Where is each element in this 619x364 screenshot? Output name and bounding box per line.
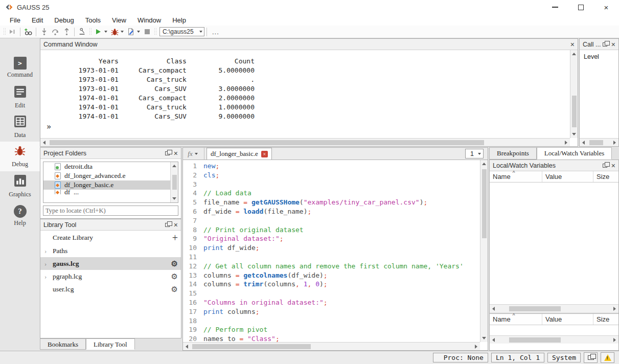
float-panel-icon[interactable] (603, 42, 607, 47)
gear-icon[interactable]: ⚙ (171, 285, 178, 294)
menu-window[interactable]: Window (132, 15, 167, 25)
tab-close-icon[interactable]: × (261, 151, 268, 157)
column-header-value[interactable]: Value (542, 314, 593, 325)
project-file-item[interactable]: df_longer_advanced.e (43, 171, 178, 180)
close-icon[interactable]: × (611, 162, 615, 169)
scroll-left-icon[interactable] (492, 307, 495, 311)
layout-button[interactable] (584, 352, 598, 363)
tab-library-tool[interactable]: Library Tool (86, 338, 135, 350)
debug-button[interactable] (109, 27, 120, 37)
float-panel-icon[interactable] (165, 151, 170, 155)
scroll-right-icon[interactable] (565, 141, 567, 145)
gear-icon[interactable]: ⚙ (171, 259, 178, 268)
chevron-right-icon[interactable]: › (44, 260, 53, 268)
step-out-button[interactable] (61, 27, 72, 37)
call-horizontal-scrollbar[interactable] (580, 138, 618, 146)
scroll-left-icon[interactable] (43, 141, 45, 145)
find-button[interactable] (22, 27, 34, 37)
float-panel-icon[interactable] (603, 164, 607, 168)
scrollbar-thumb[interactable] (509, 306, 561, 311)
step-into-button[interactable] (38, 27, 50, 37)
maximize-button[interactable] (568, 0, 593, 14)
scrollbar-thumb[interactable] (172, 175, 177, 189)
function-list-button[interactable]: fx (183, 148, 204, 160)
scrollbar-thumb[interactable] (589, 140, 603, 145)
toolbar-drag-handle[interactable] (89, 28, 91, 36)
step-over-button[interactable] (50, 27, 61, 37)
variables-horizontal-scrollbar[interactable] (490, 304, 618, 312)
code-editor[interactable]: 1new;2cls;34// Load data5file_name = get… (183, 160, 480, 342)
library-item[interactable]: user.lcg⚙ (40, 283, 181, 295)
command-horizontal-scrollbar[interactable] (40, 138, 570, 146)
scroll-left-icon[interactable] (186, 345, 188, 349)
gear-icon[interactable]: ⚙ (171, 272, 178, 281)
page-selector-combo[interactable]: 1 (465, 149, 484, 158)
project-file-item[interactable]: df_... (43, 190, 178, 194)
scroll-up-icon[interactable] (572, 53, 576, 55)
stop-button[interactable] (142, 27, 153, 37)
editor-vertical-scrollbar[interactable] (480, 160, 488, 342)
project-file-item[interactable]: detroit.dta (43, 162, 178, 171)
browse-directory-button[interactable]: ... (209, 28, 222, 36)
scrollbar-thumb[interactable] (482, 169, 487, 238)
scroll-down-icon[interactable] (572, 133, 576, 135)
chevron-right-icon[interactable]: › (44, 272, 53, 281)
variables-table-body[interactable] (490, 183, 618, 304)
run-to-cursor-button[interactable] (7, 27, 18, 37)
sidebar-item-help[interactable]: ? Help (0, 201, 40, 231)
edit-file-button[interactable] (125, 27, 136, 37)
column-header-size[interactable]: Size (593, 171, 618, 182)
close-icon[interactable]: × (174, 150, 178, 157)
scroll-left-icon[interactable] (492, 338, 495, 342)
scroll-right-icon[interactable] (613, 141, 616, 145)
sidebar-item-command[interactable]: > Command (0, 53, 40, 82)
library-item[interactable]: ›Paths (40, 244, 181, 257)
close-button[interactable]: × (593, 0, 619, 14)
library-item[interactable]: ›gauss.lcg⚙ (40, 257, 181, 270)
sidebar-item-edit[interactable]: Edit (0, 82, 40, 112)
minimize-button[interactable] (542, 0, 568, 14)
watch-table-body[interactable] (490, 325, 618, 335)
command-prompt[interactable]: » (40, 122, 578, 131)
tab-local-watch-variables[interactable]: Local/Watch Variables (537, 147, 612, 160)
sidebar-item-graphics[interactable]: Graphics (0, 171, 40, 201)
create-library-item[interactable]: Create Library + (40, 231, 181, 244)
scrollbar-thumb[interactable] (192, 344, 311, 349)
editor-horizontal-scrollbar[interactable] (183, 342, 480, 350)
column-header-size[interactable]: Size (593, 314, 618, 325)
run-dropdown-icon[interactable] (104, 31, 107, 33)
menu-help[interactable]: Help (167, 15, 192, 25)
scroll-left-icon[interactable] (582, 141, 585, 145)
sidebar-item-debug[interactable]: Debug (0, 142, 40, 171)
debug-dropdown-icon[interactable] (121, 31, 124, 33)
float-panel-icon[interactable] (165, 223, 170, 227)
menu-edit[interactable]: Edit (26, 15, 49, 25)
scroll-right-icon[interactable] (475, 345, 477, 349)
menu-file[interactable]: File (4, 15, 26, 25)
column-header-name[interactable]: Name^ (490, 171, 542, 182)
toolbar-drag-handle[interactable] (3, 28, 6, 36)
scrollbar-thumb[interactable] (509, 337, 561, 343)
tab-breakpoints[interactable]: Breakpoints (489, 147, 537, 160)
watch-horizontal-scrollbar[interactable] (490, 335, 618, 344)
menu-debug[interactable]: Debug (49, 15, 79, 25)
toolbar-drag-handle[interactable] (154, 28, 156, 36)
close-icon[interactable]: × (570, 41, 575, 48)
close-icon[interactable]: × (174, 221, 178, 229)
project-vertical-scrollbar[interactable] (170, 162, 178, 202)
editor-tab[interactable]: df_longer_basic.e × (207, 148, 272, 160)
tab-bookmarks[interactable]: Bookmarks (40, 338, 86, 350)
run-button[interactable] (93, 27, 104, 37)
locate-input[interactable] (43, 206, 178, 216)
plus-icon[interactable]: + (172, 233, 178, 243)
command-window-body[interactable]: Years Class Count 1973-01-01 Cars_compac… (40, 50, 578, 138)
scroll-down-icon[interactable] (482, 337, 486, 339)
call-stack-column-header[interactable]: Level (580, 50, 618, 63)
working-directory-combo[interactable]: C:\gauss25 (159, 27, 204, 36)
close-icon[interactable]: × (611, 41, 615, 48)
sidebar-item-data[interactable]: Data (0, 112, 40, 142)
scroll-up-icon[interactable] (172, 165, 176, 167)
scroll-up-icon[interactable] (482, 163, 486, 165)
scroll-down-icon[interactable] (172, 197, 176, 200)
scrollbar-thumb[interactable] (50, 140, 484, 145)
